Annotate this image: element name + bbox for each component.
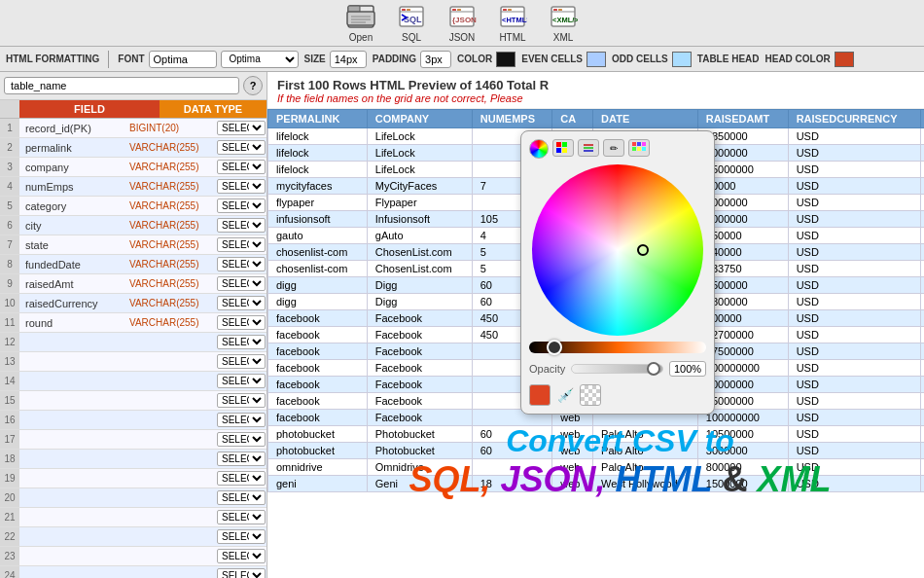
field-select-dropdown[interactable]: SELECT [217, 160, 266, 174]
sql-button[interactable]: SQL SQL [396, 3, 427, 43]
field-select-dropdown[interactable]: SELECT [217, 218, 266, 233]
field-select-dropdown[interactable]: SELECT [217, 393, 266, 408]
font-input[interactable] [149, 51, 217, 68]
field-select-dropdown[interactable]: SELECT [217, 140, 266, 155]
field-select-dropdown[interactable]: SELECT [217, 452, 266, 466]
field-row-select[interactable]: SELECT [213, 216, 267, 235]
field-select-dropdown[interactable]: SELECT [217, 374, 266, 388]
field-select-dropdown[interactable]: SELECT [217, 276, 266, 291]
color-box[interactable] [496, 52, 515, 67]
divider-1 [108, 51, 109, 68]
field-row-select[interactable]: SELECT [213, 274, 267, 293]
cp-crosshair[interactable] [637, 244, 649, 256]
field-select-dropdown[interactable]: SELECT [217, 257, 266, 271]
cp-swatch-red[interactable] [529, 384, 551, 406]
cp-grid-btn[interactable] [552, 139, 574, 157]
field-select-dropdown[interactable]: SELECT [217, 471, 266, 486]
cp-opacity-thumb[interactable] [647, 362, 660, 376]
html-formatting-section: HTML FORMATTING [6, 54, 99, 64]
field-select-dropdown[interactable]: SELECT [217, 121, 266, 135]
cp-dropper-icon[interactable]: 💉 [554, 384, 576, 406]
xml-button[interactable]: <XML/> XML [548, 3, 579, 43]
field-select-dropdown[interactable]: SELECT [217, 315, 266, 330]
odd-cells-color-box[interactable] [672, 52, 692, 67]
field-row-select[interactable]: SELECT [213, 255, 267, 273]
field-row-select[interactable]: SELECT [213, 488, 267, 507]
field-select-dropdown[interactable]: SELECT [217, 354, 266, 369]
cp-brightness-slider[interactable] [529, 342, 706, 353]
field-row-select[interactable]: SELECT [213, 391, 267, 410]
json-label: JSON [449, 32, 476, 43]
field-row-select[interactable]: SELECT [213, 177, 267, 196]
head-color-box[interactable] [835, 52, 854, 67]
field-select-dropdown[interactable]: SELECT [217, 179, 266, 194]
field-select-dropdown[interactable]: SELECT [217, 296, 266, 310]
font-select[interactable]: Optima [221, 51, 299, 68]
field-select-dropdown[interactable]: SELECT [217, 549, 266, 563]
field-row-select[interactable]: SELECT [213, 158, 267, 176]
field-row-select[interactable]: SELECT [213, 138, 267, 157]
even-cells-section: EVEN CELLS [521, 52, 606, 67]
table-cell: 60 [472, 426, 551, 443]
field-row-type [125, 360, 213, 364]
table-cell: gauto [268, 228, 368, 244]
cp-brightness-thumb[interactable] [547, 340, 562, 355]
field-row-select[interactable]: SELECT [213, 294, 267, 312]
field-row-type: VARCHAR(255) [125, 237, 213, 252]
field-row-select[interactable]: SELECT [213, 547, 267, 565]
field-row-type [125, 457, 213, 461]
cp-sliders-btn[interactable] [578, 139, 599, 157]
field-select-dropdown[interactable]: SELECT [217, 529, 266, 544]
cp-color-wheel[interactable] [532, 164, 703, 336]
field-row-type: BIGINT(20) [125, 121, 213, 135]
field-select-dropdown[interactable]: SELECT [217, 413, 266, 427]
html-button[interactable]: <HTML> HTML [497, 3, 528, 43]
table-cell: USD [788, 327, 920, 343]
table-cell: USD [788, 162, 920, 178]
cp-color-wheel-btn[interactable] [529, 139, 549, 159]
table-cell: web [552, 476, 593, 492]
cp-pencil-btn[interactable]: ✏ [603, 139, 624, 157]
field-row-select[interactable]: SELECT [213, 313, 267, 332]
field-select-dropdown[interactable]: SELECT [217, 335, 266, 349]
table-name-input[interactable] [4, 77, 239, 94]
field-select-dropdown[interactable]: SELECT [217, 432, 266, 447]
cp-palette-btn[interactable] [628, 139, 650, 157]
table-cell: USD [788, 426, 920, 443]
svg-rect-8 [402, 9, 406, 11]
open-button[interactable]: Open [345, 3, 376, 43]
cp-color-wheel-container[interactable] [532, 164, 703, 336]
even-cells-color-box[interactable] [586, 52, 606, 67]
help-button[interactable]: ? [243, 76, 263, 95]
field-row-select[interactable]: SELECT [213, 197, 267, 215]
field-row-num: 14 [0, 372, 19, 390]
table-col-header: NUMEMPS [472, 110, 551, 128]
field-row-name [19, 341, 125, 344]
json-button[interactable]: {JSON} JSON [446, 3, 478, 43]
odd-cells-section: ODD CELLS [612, 52, 692, 67]
field-row-select[interactable]: SELECT [213, 469, 267, 488]
field-row-select[interactable]: SELECT [213, 235, 267, 254]
cp-opacity-slider[interactable] [571, 364, 663, 374]
field-row-select[interactable]: SELECT [213, 450, 267, 468]
field-select-dropdown[interactable]: SELECT [217, 237, 266, 252]
field-row-select[interactable]: SELECT [213, 352, 267, 371]
cp-opacity-value[interactable] [669, 361, 706, 377]
field-search-bar: ? [0, 72, 267, 100]
field-select-dropdown[interactable]: SELECT [217, 199, 266, 213]
field-row-select[interactable]: SELECT [213, 411, 267, 429]
field-row-select[interactable]: SELECT [213, 333, 267, 351]
field-row-select[interactable]: SELECT [213, 372, 267, 390]
field-row-select[interactable]: SELECT [213, 527, 267, 546]
field-row-select[interactable]: SELECT [213, 430, 267, 449]
padding-input[interactable] [420, 51, 451, 68]
field-select-dropdown[interactable]: SELECT [217, 490, 266, 505]
size-input[interactable] [330, 51, 367, 68]
field-row-select[interactable]: SELECT [213, 119, 267, 137]
field-row-select[interactable]: SELECT [213, 508, 267, 526]
cp-transparent-swatch[interactable] [580, 384, 601, 406]
field-select-dropdown[interactable]: SELECT [217, 510, 266, 524]
field-row-select[interactable]: SELECT [213, 566, 267, 578]
field-select-dropdown[interactable]: SELECT [217, 568, 266, 578]
field-row-name [19, 360, 125, 364]
